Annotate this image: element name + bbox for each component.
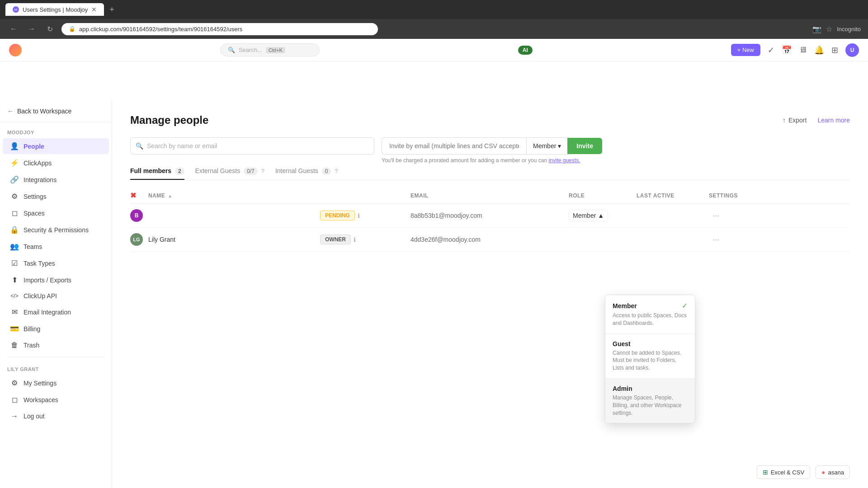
role-dropdown: Member ✓ Access to public Spaces, Docs a… <box>605 295 695 423</box>
sidebar-item-label-spaces: Spaces <box>24 210 45 217</box>
camera-icon[interactable]: 📷 <box>812 25 821 33</box>
tab-internal-guests[interactable]: Internal Guests 0 ? <box>275 167 338 180</box>
sidebar-item-people[interactable]: 👤 People <box>3 138 109 154</box>
members-table: ✖ NAME ▲ EMAIL ROLE LAST ACTIVE SETTINGS… <box>130 188 850 252</box>
main-content: Manage people ↑ Export Learn more 🔍 Memb… <box>112 100 868 488</box>
sidebar-item-label-logout: Log out <box>24 413 45 420</box>
sidebar-item-logout[interactable]: → Log out <box>3 408 109 424</box>
sidebar-item-my-settings[interactable]: ⚙ My Settings <box>3 375 109 391</box>
back-to-workspace[interactable]: ← Back to Workspace <box>0 100 112 122</box>
nav-forward-btn[interactable]: → <box>25 23 38 35</box>
sidebar-item-integrations[interactable]: 🔗 Integrations <box>3 172 109 188</box>
address-bar[interactable]: 🔒 app.clickup.com/9016164592/settings/te… <box>61 23 378 35</box>
calendar-icon[interactable]: 📅 <box>782 45 792 55</box>
email-cell-2: 4dd3e26f@moodjoy.com <box>410 235 569 244</box>
external-guests-help-icon[interactable]: ? <box>261 168 264 174</box>
tab-close-btn[interactable]: ✕ <box>91 6 97 13</box>
role-option-member-desc: Access to public Spaces, Docs and Dashbo… <box>613 312 688 327</box>
tab-full-members[interactable]: Full members 2 <box>130 167 184 180</box>
app-topbar: 🔍 Search... Ctrl+K AI + New ✓ 📅 🖥 🔔 ⊞ U <box>0 39 868 61</box>
search-input[interactable] <box>130 137 374 155</box>
internal-guests-help-icon[interactable]: ? <box>335 168 338 174</box>
tab-external-guests-count: 0/7 <box>244 168 258 175</box>
sidebar-item-clickapps[interactable]: ⚡ ClickApps <box>3 155 109 171</box>
sidebar-item-label-integrations: Integrations <box>24 176 57 183</box>
sidebar-item-security[interactable]: 🔒 Security & Permissions <box>3 222 109 238</box>
bookmark-icon[interactable]: ☆ <box>826 25 832 33</box>
role-option-member-name: Member <box>613 302 637 310</box>
col-remove: ✖ <box>130 191 148 200</box>
excel-csv-button[interactable]: ⊞ Excel & CSV <box>757 465 810 479</box>
task-types-icon: ☑ <box>10 259 19 267</box>
new-tab-button[interactable]: + <box>108 3 116 16</box>
topbar-search[interactable]: 🔍 Search... Ctrl+K <box>220 43 320 56</box>
app-logo[interactable] <box>9 44 22 56</box>
sidebar-divider <box>7 357 104 357</box>
learn-more-button[interactable]: Learn more <box>817 117 850 124</box>
asana-button[interactable]: ● asana <box>816 465 850 479</box>
notification-icon[interactable]: 🔔 <box>814 45 824 55</box>
col-settings: SETTINGS <box>709 192 754 199</box>
info-icon-2[interactable]: ℹ <box>354 236 356 243</box>
browser-tab[interactable]: M Users Settings | Moodjoy ✕ <box>5 3 104 16</box>
email-cell-1: 8a8b53b1@moodjoy.com <box>410 211 569 220</box>
topbar-actions: + New ✓ 📅 🖥 🔔 ⊞ U <box>731 43 859 57</box>
role-option-guest[interactable]: Guest Cannot be added to Spaces. Must be… <box>605 334 695 378</box>
invite-role-label: Member <box>533 142 556 150</box>
sidebar-item-spaces[interactable]: ◻ Spaces <box>3 205 109 221</box>
sidebar-item-api[interactable]: </> ClickUp API <box>3 289 109 303</box>
footer-area: ⊞ Excel & CSV ● asana <box>757 465 850 479</box>
excel-icon: ⊞ <box>763 469 768 476</box>
sidebar-item-billing[interactable]: 💳 Billing <box>3 321 109 337</box>
toolbar-row: 🔍 Member ▾ Invite You'll be charged a pr… <box>130 137 850 164</box>
sidebar-item-trash[interactable]: 🗑 Trash <box>3 338 109 353</box>
nav-back-btn[interactable]: ← <box>7 23 20 35</box>
col-name[interactable]: NAME ▲ <box>148 192 320 199</box>
invite-role-button[interactable]: Member ▾ <box>526 137 567 155</box>
more-btn-2[interactable]: ··· <box>709 233 723 246</box>
check-icon[interactable]: ✓ <box>768 45 774 55</box>
export-button[interactable]: ↑ Export <box>777 114 812 127</box>
invite-guests-link[interactable]: invite guests. <box>548 157 580 164</box>
nav-refresh-btn[interactable]: ↻ <box>43 23 56 35</box>
people-icon: 👤 <box>10 142 19 150</box>
sidebar-item-task-types[interactable]: ☑ Task Types <box>3 255 109 271</box>
role-dropdown-btn-1[interactable]: Member ▲ <box>569 210 608 221</box>
email-text-2: 4dd3e26f@moodjoy.com <box>410 236 481 243</box>
tab-external-guests[interactable]: External Guests 0/7 ? <box>195 167 264 180</box>
remove-btn-1[interactable]: B <box>130 209 143 222</box>
billing-icon: 💳 <box>10 324 19 333</box>
sidebar-item-settings[interactable]: ⚙ Settings <box>3 188 109 204</box>
sidebar-item-label-billing: Billing <box>24 325 40 333</box>
invite-area: Member ▾ Invite You'll be charged a pror… <box>382 137 602 164</box>
sidebar-item-workspaces[interactable]: ◻ Workspaces <box>3 392 109 408</box>
settings-cell-2: ··· <box>709 235 754 244</box>
user-avatar[interactable]: U <box>845 43 859 57</box>
role-option-admin[interactable]: Admin Manage Spaces, People, Billing, an… <box>605 379 695 423</box>
grid-icon[interactable]: ⊞ <box>831 45 838 55</box>
tab-external-guests-label: External Guests <box>195 167 241 174</box>
col-role: ROLE <box>569 192 637 199</box>
charge-note: You'll be charged a prorated amount for … <box>382 157 602 164</box>
sidebar-item-email[interactable]: ✉ Email Integration <box>3 304 109 320</box>
clickapps-icon: ⚡ <box>10 159 19 167</box>
url-text: app.clickup.com/9016164592/settings/team… <box>79 26 242 33</box>
user-section-title: LILY GRANT <box>0 361 112 375</box>
sidebar-item-teams[interactable]: 👥 Teams <box>3 239 109 254</box>
integrations-icon: 🔗 <box>10 175 19 184</box>
ai-badge[interactable]: AI <box>518 46 533 55</box>
table-row: LG Lily Grant OWNER ℹ 4dd3e26f@moodjoy.c… <box>130 228 850 252</box>
new-button[interactable]: + New <box>731 44 760 56</box>
more-btn-1[interactable]: ··· <box>709 209 723 222</box>
sidebar-item-label-workspaces: Workspaces <box>24 396 58 404</box>
sidebar-item-imports[interactable]: ⬆ Imports / Exports <box>3 272 109 288</box>
export-icon: ↑ <box>783 117 786 124</box>
status-badge-1: PENDING <box>320 211 355 221</box>
invite-button[interactable]: Invite <box>567 138 602 154</box>
invite-email-input[interactable] <box>382 137 526 155</box>
table-header: ✖ NAME ▲ EMAIL ROLE LAST ACTIVE SETTINGS <box>130 188 850 204</box>
info-icon-1[interactable]: ℹ <box>358 212 360 219</box>
sidebar-item-label-settings: Settings <box>24 193 47 200</box>
role-option-member[interactable]: Member ✓ Access to public Spaces, Docs a… <box>605 295 695 333</box>
monitor-icon[interactable]: 🖥 <box>799 45 807 55</box>
